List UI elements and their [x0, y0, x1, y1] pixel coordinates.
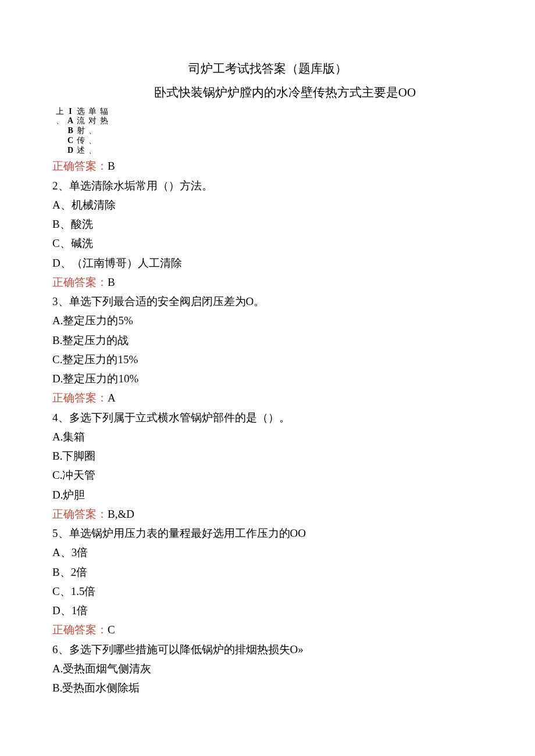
answer-value: B: [108, 160, 115, 172]
answer-value: B: [108, 276, 115, 288]
answer-label: 正确答案：: [52, 508, 108, 520]
option-c: C.整定压力的15%: [52, 350, 483, 369]
vchar: 传: [77, 136, 85, 146]
vchar: 选: [77, 107, 85, 117]
vchar: A: [67, 116, 73, 126]
vchar: D: [67, 146, 73, 156]
vchar: 辐: [100, 107, 108, 117]
answer-line: 正确答案：C: [52, 620, 483, 639]
vchar: 单: [88, 107, 97, 117]
answer-value: C: [108, 624, 115, 636]
answer-label: 正确答案：: [52, 160, 108, 172]
answer-line: 正确答案：B: [52, 273, 483, 292]
option-c: C.冲天管: [52, 465, 483, 485]
option-a: A、机械清除: [52, 195, 483, 214]
option-a: A.整定压力的5%: [52, 311, 483, 330]
option-c: C、1.5倍: [52, 582, 483, 601]
vchar: 、: [88, 126, 97, 136]
question-1-stem: 卧式快装锅炉炉膛内的水冷壁传热方式主要是OO: [52, 82, 483, 103]
option-b: B、2倍: [52, 562, 483, 582]
option-a: A、3倍: [52, 543, 483, 562]
option-d: D、1倍: [52, 601, 483, 620]
answer-label: 正确答案：: [52, 624, 108, 636]
answer-label: 正确答案：: [52, 392, 108, 404]
vchar: 热: [100, 116, 108, 126]
option-b: B.下脚圈: [52, 446, 483, 465]
option-b: B.受热面水侧除垢: [52, 678, 483, 697]
answer-line: 正确答案：B: [52, 156, 483, 175]
vertical-text-block: 上 、 I A B C D 选 流 射 传 述 单 对 、 、 、 辐 热: [56, 107, 483, 156]
answer-label: 正确答案：: [52, 276, 108, 288]
vchar: 述: [77, 146, 85, 156]
option-b: B、酸洗: [52, 214, 483, 234]
vchar: 射: [77, 126, 85, 136]
vchar: C: [67, 136, 73, 146]
vchar: 、: [88, 146, 97, 156]
vchar: 、: [56, 116, 64, 126]
option-c: C、碱洗: [52, 234, 483, 253]
vcol-4: 单 对 、 、 、: [88, 107, 97, 156]
answer-line: 正确答案：A: [52, 388, 483, 407]
vchar: 流: [77, 116, 85, 126]
question-2-stem: 2、单选清除水垢常用（）方法。: [52, 176, 483, 195]
answer-value: A: [108, 392, 116, 404]
vcol-5: 辐 热: [100, 107, 108, 127]
option-d: D、（江南博哥）人工清除: [52, 253, 483, 273]
vcol-1: 上 、: [56, 107, 64, 127]
answer-value: B,&D: [108, 508, 134, 520]
vchar: 对: [88, 116, 97, 126]
vchar: I: [69, 107, 72, 117]
option-d: D.炉胆: [52, 485, 483, 504]
answer-line: 正确答案：B,&D: [52, 504, 483, 524]
option-a: A.受热面烟气侧清灰: [52, 659, 483, 678]
document-title: 司炉工考试找答案（题库版）: [52, 58, 483, 80]
vchar: 、: [88, 136, 97, 146]
question-3-stem: 3、单选下列最合适的安全阀启闭压差为O。: [52, 292, 483, 311]
option-d: D.整定压力的10%: [52, 369, 483, 388]
vchar: 上: [56, 107, 64, 117]
question-4-stem: 4、多选下列属于立式横水管锅炉部件的是（）。: [52, 408, 483, 427]
vcol-3: 选 流 射 传 述: [77, 107, 85, 156]
vcol-2: I A B C D: [67, 107, 73, 156]
question-5-stem: 5、单选锅炉用压力表的量程最好选用工作压力的OO: [52, 524, 483, 543]
option-b: B.整定压力的战: [52, 331, 483, 350]
vchar: B: [67, 126, 73, 136]
option-a: A.集箱: [52, 427, 483, 446]
question-6-stem: 6、多选下列哪些措施可以降低锅炉的排烟热损失O»: [52, 640, 483, 659]
